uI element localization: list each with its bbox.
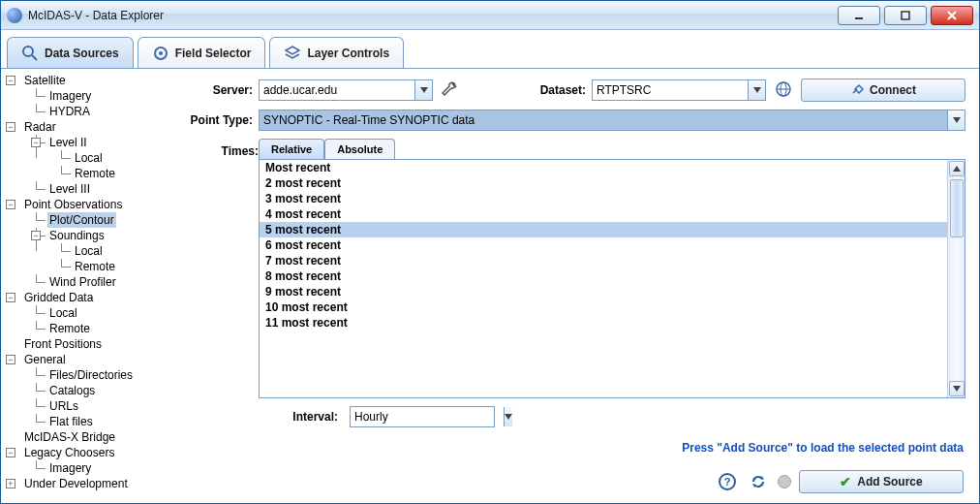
tree-node-flat-files[interactable]: Flat files [47, 414, 95, 429]
minimize-button[interactable] [838, 6, 880, 25]
tree-node-soundings[interactable]: Soundings [47, 228, 107, 243]
tree-handle[interactable]: + [6, 479, 15, 488]
subtab-absolute[interactable]: Absolute [324, 139, 395, 159]
tree-handle[interactable]: − [6, 200, 15, 209]
tree-node-general[interactable]: General [22, 352, 68, 367]
title-bar: McIDAS-V - Data Explorer [1, 1, 979, 30]
tree-node-urls[interactable]: URLs [47, 398, 80, 414]
times-list-item[interactable]: 9 most recent [260, 284, 947, 299]
times-listbox: Most recent2 most recent3 most recent4 m… [259, 159, 965, 398]
tree-node-front-positions[interactable]: Front Positions [22, 336, 104, 352]
svg-marker-17 [953, 386, 961, 392]
tree-handle[interactable]: − [6, 448, 15, 457]
tree-node-imagery[interactable]: Imagery [47, 460, 93, 476]
chevron-down-icon[interactable] [504, 407, 512, 426]
connect-button[interactable]: Connect [801, 79, 965, 102]
times-tabs: Relative Absolute [259, 139, 965, 159]
times-list-item[interactable]: 4 most recent [260, 206, 947, 222]
tree-handle[interactable]: − [31, 231, 41, 240]
tree-node-local[interactable]: Local [73, 243, 105, 259]
scroll-up-button[interactable] [949, 161, 965, 176]
dataset-input[interactable] [593, 80, 748, 100]
add-source-button[interactable]: ✔ Add Source [799, 470, 964, 493]
chevron-down-icon[interactable] [947, 110, 965, 130]
maximize-button[interactable] [884, 6, 927, 25]
server-input[interactable] [260, 80, 414, 100]
point-type-input[interactable] [260, 110, 947, 130]
tree-node-catalogs[interactable]: Catalogs [47, 383, 97, 398]
times-list-item[interactable]: 10 most recent [260, 299, 947, 315]
chevron-down-icon[interactable] [748, 80, 765, 100]
dataset-combo[interactable] [592, 79, 766, 101]
tab-label: Field Selector [175, 47, 252, 60]
wrench-icon [442, 80, 459, 101]
close-button[interactable] [931, 6, 973, 25]
tree-node-wind-profiler[interactable]: Wind Profiler [47, 274, 118, 290]
svg-rect-1 [902, 12, 909, 19]
tab-data-sources[interactable]: Data Sources [7, 37, 134, 68]
tree-node-local[interactable]: Local [73, 150, 105, 166]
tree-handle[interactable]: − [6, 293, 15, 302]
tree-node-remote[interactable]: Remote [47, 321, 92, 336]
times-list-item[interactable]: 2 most recent [260, 175, 947, 191]
times-list[interactable]: Most recent2 most recent3 most recent4 m… [260, 160, 947, 397]
times-list-item[interactable]: 11 most recent [260, 315, 947, 331]
tab-layer-controls[interactable]: Layer Controls [269, 37, 404, 68]
interval-input[interactable] [351, 407, 504, 426]
chevron-down-icon[interactable] [414, 80, 432, 100]
server-combo[interactable] [259, 79, 433, 101]
interval-combo[interactable] [350, 406, 495, 427]
magnifier-icon [21, 45, 39, 62]
tree-handle[interactable]: − [6, 355, 15, 364]
svg-marker-8 [286, 47, 299, 54]
times-list-item[interactable]: 7 most recent [260, 253, 947, 268]
svg-marker-9 [420, 87, 428, 93]
tree-handle[interactable]: − [6, 76, 15, 85]
svg-point-4 [23, 47, 33, 56]
tree-node-mcidasx-bridge[interactable]: McIDAS-X Bridge [22, 429, 117, 445]
server-row: Server: Dataset: [173, 79, 965, 102]
refresh-button[interactable] [747, 470, 770, 493]
tree-node-legacy[interactable]: Legacy Choosers [22, 445, 116, 460]
tree-node-imagery[interactable]: Imagery [47, 88, 93, 104]
point-type-row: Point Type: [173, 110, 965, 131]
scrollbar[interactable] [947, 160, 965, 397]
tree-handle[interactable]: − [31, 138, 41, 147]
scroll-down-button[interactable] [949, 381, 965, 396]
add-source-label: Add Source [857, 475, 922, 488]
tree-node-radar[interactable]: Radar [22, 119, 58, 135]
tree-node-remote[interactable]: Remote [73, 166, 117, 181]
times-list-item[interactable]: 8 most recent [260, 268, 947, 284]
help-button[interactable]: ? [716, 470, 739, 493]
tree-node-level2[interactable]: Level II [47, 135, 89, 150]
tree-node-under-dev[interactable]: Under Development [22, 476, 130, 491]
globe-icon [775, 80, 792, 101]
server-label: Server: [173, 83, 253, 97]
tree-node-point-obs[interactable]: Point Observations [22, 197, 124, 212]
times-section: Times: Relative Absolute Most recent2 mo… [173, 139, 965, 427]
tab-label: Data Sources [45, 47, 119, 60]
tree-node-hydra[interactable]: HYDRA [47, 104, 92, 119]
subtab-relative[interactable]: Relative [259, 139, 324, 159]
public-datasets-button[interactable] [772, 79, 795, 102]
tree-node-level3[interactable]: Level III [47, 181, 92, 197]
tab-field-selector[interactable]: Field Selector [138, 37, 266, 68]
scroll-thumb[interactable] [950, 179, 964, 237]
tree-node-files-dirs[interactable]: Files/Directories [47, 367, 135, 383]
times-list-item[interactable]: 3 most recent [260, 191, 947, 206]
manage-servers-button[interactable] [439, 79, 462, 102]
refresh-icon [750, 473, 767, 490]
times-list-item[interactable]: 6 most recent [260, 237, 947, 253]
tree-node-local[interactable]: Local [47, 305, 79, 321]
content: − Satellite Imagery HYDRA − Radar − Leve… [1, 69, 979, 503]
times-list-item[interactable]: 5 most recent [260, 222, 947, 237]
tree-handle[interactable]: − [6, 122, 15, 132]
tree-node-satellite[interactable]: Satellite [22, 73, 68, 88]
point-type-combo[interactable] [259, 110, 965, 131]
svg-marker-16 [953, 166, 961, 172]
tree-node-remote[interactable]: Remote [73, 259, 117, 274]
tree-node-plot-contour[interactable]: Plot/Contour [47, 212, 116, 228]
hint-text: Press "Add Source" to load the selected … [173, 435, 965, 460]
times-list-item[interactable]: Most recent [260, 160, 947, 175]
tree-node-gridded[interactable]: Gridded Data [22, 290, 95, 305]
